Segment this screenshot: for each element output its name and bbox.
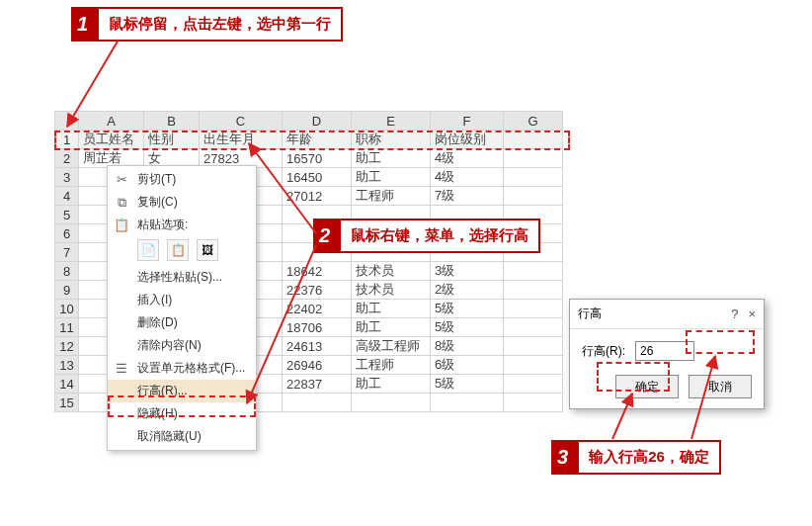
col-B[interactable]: B	[144, 112, 200, 131]
rowhdr-12[interactable]: 12	[55, 337, 79, 356]
cell[interactable]: 18706	[283, 318, 352, 337]
ctx-delete[interactable]: 删除(D)	[108, 311, 256, 334]
ctx-clear[interactable]: 清除内容(N)	[108, 334, 256, 357]
cell[interactable]: 24613	[283, 337, 352, 356]
cell[interactable]: 工程师	[352, 187, 431, 206]
paste-option-3[interactable]: 🖼	[197, 239, 218, 261]
col-G[interactable]: G	[504, 112, 563, 131]
col-A[interactable]: A	[79, 112, 144, 131]
cell[interactable]: 22402	[283, 300, 352, 318]
ctx-clear-label: 清除内容(N)	[137, 337, 202, 354]
col-D[interactable]: D	[283, 112, 352, 131]
cell-D1[interactable]: 年龄	[283, 131, 352, 149]
row-height-label: 行高(R):	[582, 343, 625, 360]
rowhdr-5[interactable]: 5	[55, 206, 79, 224]
cell[interactable]: 助工	[352, 300, 431, 318]
cell[interactable]: 8级	[431, 337, 504, 356]
rowhdr-6[interactable]: 6	[55, 224, 79, 243]
ok-button[interactable]: 确定	[615, 375, 679, 398]
rowhdr-1[interactable]: 1	[55, 131, 79, 149]
paste-option-1[interactable]: 📄	[137, 239, 159, 261]
cell-C1[interactable]: 出生年月	[200, 131, 283, 149]
cell[interactable]	[504, 318, 563, 337]
cell[interactable]	[504, 168, 563, 187]
ctx-paste-options: 📋 粘贴选项:	[108, 214, 256, 236]
cell[interactable]: 工程师	[352, 356, 431, 375]
cell[interactable]: 技术员	[352, 262, 431, 281]
cell[interactable]: 5级	[431, 300, 504, 318]
rowhdr-3[interactable]: 3	[55, 168, 79, 187]
cell[interactable]: 5级	[431, 318, 504, 337]
cell-F1[interactable]: 岗位级别	[431, 131, 504, 149]
rowhdr-2[interactable]: 2	[55, 149, 79, 168]
ctx-row-height[interactable]: 行高(R)...	[108, 380, 256, 402]
cell[interactable]: 助工	[352, 318, 431, 337]
col-E[interactable]: E	[352, 112, 431, 131]
cancel-button[interactable]: 取消	[689, 375, 752, 398]
cell[interactable]: 5级	[431, 375, 504, 394]
row-1[interactable]: 1 员工姓名 性别 出生年月 年龄 职称 岗位级别	[55, 131, 563, 149]
dialog-close-icon[interactable]: ×	[748, 307, 756, 321]
cell[interactable]: 26946	[283, 356, 352, 375]
cell[interactable]: 2级	[431, 281, 504, 300]
cell[interactable]	[504, 394, 563, 412]
select-all-corner[interactable]	[55, 112, 79, 131]
cell[interactable]: 助工	[352, 375, 431, 394]
cell[interactable]: 助工	[352, 149, 431, 168]
cell[interactable]	[504, 300, 563, 318]
cell[interactable]	[504, 187, 563, 206]
row-height-input[interactable]	[635, 341, 694, 361]
cell[interactable]	[504, 149, 563, 168]
cell[interactable]	[504, 356, 563, 375]
cell[interactable]	[504, 281, 563, 300]
rowhdr-11[interactable]: 11	[55, 318, 79, 337]
cell[interactable]: 27012	[283, 187, 352, 206]
cell[interactable]	[504, 375, 563, 394]
cell[interactable]: 4级	[431, 168, 504, 187]
rowhdr-9[interactable]: 9	[55, 281, 79, 300]
cell[interactable]: 高级工程师	[352, 337, 431, 356]
cell[interactable]	[504, 262, 563, 281]
cell[interactable]: 22376	[283, 281, 352, 300]
cell-A1[interactable]: 员工姓名	[79, 131, 144, 149]
rowhdr-7[interactable]: 7	[55, 243, 79, 262]
rowhdr-15[interactable]: 15	[55, 394, 79, 412]
ctx-unhide[interactable]: 取消隐藏(U)	[108, 425, 256, 448]
cell-G1[interactable]	[504, 131, 563, 149]
cell[interactable]: 4级	[431, 149, 504, 168]
ctx-insert[interactable]: 插入(I)	[108, 289, 256, 311]
rowhdr-13[interactable]: 13	[55, 356, 79, 375]
cell[interactable]: 3级	[431, 262, 504, 281]
ctx-format-cells[interactable]: ☰ 设置单元格格式(F)...	[108, 357, 256, 380]
cell-E1[interactable]: 职称	[352, 131, 431, 149]
cell-B1[interactable]: 性别	[144, 131, 200, 149]
ctx-cut[interactable]: ✂ 剪切(T)	[108, 168, 256, 191]
col-F[interactable]: F	[431, 112, 504, 131]
cell[interactable]: 16570	[283, 149, 352, 168]
dialog-help-icon[interactable]: ?	[731, 307, 738, 321]
col-C[interactable]: C	[200, 112, 283, 131]
format-cells-icon: ☰	[114, 361, 129, 377]
rowhdr-4[interactable]: 4	[55, 187, 79, 206]
cell[interactable]	[431, 394, 504, 412]
ctx-delete-label: 删除(D)	[137, 314, 178, 331]
paste-option-2[interactable]: 📋	[167, 239, 189, 261]
ctx-paste-special[interactable]: 选择性粘贴(S)...	[108, 266, 256, 289]
ctx-hide[interactable]: 隐藏(H)	[108, 402, 256, 425]
cell[interactable]	[283, 394, 352, 412]
rowhdr-10[interactable]: 10	[55, 300, 79, 318]
cell[interactable]: 7级	[431, 187, 504, 206]
cell[interactable]	[352, 394, 431, 412]
clipboard-icon: 📋	[114, 218, 129, 233]
rowhdr-8[interactable]: 8	[55, 262, 79, 281]
cell[interactable]: 助工	[352, 168, 431, 187]
cell[interactable]: 22837	[283, 375, 352, 394]
ctx-copy[interactable]: ⧉ 复制(C)	[108, 191, 256, 214]
cell[interactable]: 16450	[283, 168, 352, 187]
cell[interactable]	[504, 337, 563, 356]
cell[interactable]: 技术员	[352, 281, 431, 300]
cell[interactable]: 6级	[431, 356, 504, 375]
ctx-insert-label: 插入(I)	[137, 292, 172, 308]
rowhdr-14[interactable]: 14	[55, 375, 79, 394]
cell[interactable]: 18642	[283, 262, 352, 281]
